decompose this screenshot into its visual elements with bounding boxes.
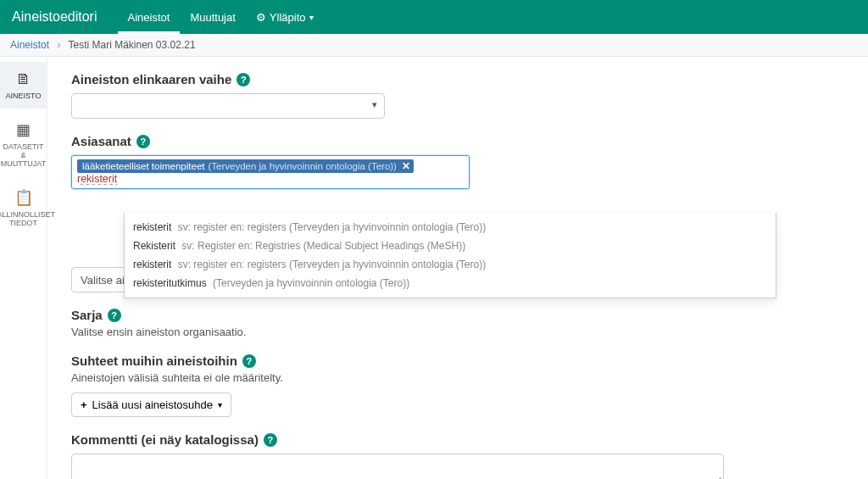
comment-textarea[interactable] bbox=[71, 454, 724, 479]
label-text: Suhteet muihin aineistoihin bbox=[71, 354, 237, 368]
lifecycle-select[interactable] bbox=[71, 93, 385, 119]
dropdown-item-main: rekisterit bbox=[133, 259, 171, 270]
dropdown-item[interactable]: Rekisterit sv: Register en: Registries (… bbox=[125, 237, 776, 255]
dropdown-item-meta: sv: register en: registers (Terveyden ja… bbox=[178, 221, 487, 233]
navbar: Aineistoeditori Aineistot Muuttujat ⚙ Yl… bbox=[0, 0, 868, 34]
keyword-tag: lääketieteelliset toimenpiteet (Terveyde… bbox=[77, 159, 414, 173]
relations-note: Aineistojen välisiä suhteita ei ole määr… bbox=[71, 371, 844, 384]
nav-item-aineistot[interactable]: Aineistot bbox=[118, 0, 181, 34]
dropdown-item[interactable]: rekisterit sv: register en: registers (T… bbox=[125, 218, 776, 237]
nav-item-muuttujat[interactable]: Muuttujat bbox=[180, 0, 245, 34]
help-icon[interactable]: ? bbox=[264, 433, 277, 447]
series-note: Valitse ensin aineiston organisaatio. bbox=[71, 326, 844, 338]
chevron-down-icon: ▾ bbox=[218, 400, 222, 409]
clipboard-icon: 📋 bbox=[14, 188, 33, 207]
chevron-down-icon: ▾ bbox=[309, 13, 314, 22]
plus-icon: + bbox=[81, 398, 87, 411]
tag-label: lääketieteelliset toimenpiteet bbox=[82, 161, 204, 171]
keywords-input[interactable]: lääketieteelliset toimenpiteet (Terveyde… bbox=[71, 155, 470, 189]
dropdown-item[interactable]: rekisterit sv: register en: registers (T… bbox=[125, 255, 776, 274]
side-tab-label: AINEISTO bbox=[6, 92, 42, 100]
help-icon[interactable]: ? bbox=[236, 73, 250, 86]
nav-item-yllapito[interactable]: ⚙ Ylläpito ▾ bbox=[246, 0, 324, 34]
breadcrumb-separator: › bbox=[57, 39, 60, 51]
tag-source: (Terveyden ja hyvinvoinnin ontologia (Te… bbox=[208, 161, 396, 171]
tag-remove-icon[interactable]: ✕ bbox=[402, 160, 410, 172]
dropdown-item-main: rekisteritutkimus bbox=[133, 277, 207, 289]
label-text: Aineiston elinkaaren vaihe bbox=[71, 72, 231, 86]
keyword-search-input[interactable] bbox=[77, 173, 464, 185]
dropdown-item[interactable]: rekisteritutkimus (Terveyden ja hyvinvoi… bbox=[125, 274, 776, 292]
label-text: Kommentti (ei näy katalogissa) bbox=[71, 432, 259, 447]
label-text: Sarja bbox=[71, 308, 103, 322]
dropdown-item-meta: (Terveyden ja hyvinvoinnin ontologia (Te… bbox=[213, 277, 409, 289]
side-tab-admin[interactable]: 📋 HALLINNOLLISET TIEDOT bbox=[0, 180, 47, 236]
dropdown-item-main: Rekisterit bbox=[133, 240, 175, 252]
side-tab-datasets[interactable]: ▦ DATASETIT & MUUTTUJAT bbox=[0, 112, 47, 176]
lifecycle-label: Aineiston elinkaaren vaihe ? bbox=[71, 72, 844, 86]
gear-icon: ⚙ bbox=[256, 11, 266, 24]
series-label: Sarja ? bbox=[71, 308, 844, 322]
main-form: Aineiston elinkaaren vaihe ? Asiasanat ?… bbox=[47, 57, 868, 479]
app-brand: Aineistoeditori bbox=[12, 9, 97, 25]
dropdown-item-meta: sv: register en: registers (Terveyden ja… bbox=[178, 259, 487, 270]
grid-icon: ▦ bbox=[16, 120, 31, 139]
help-icon[interactable]: ? bbox=[242, 354, 256, 368]
breadcrumb-current: Testi Mari Mäkinen 03.02.21 bbox=[69, 39, 196, 51]
breadcrumb: Aineistot › Testi Mari Mäkinen 03.02.21 bbox=[0, 34, 868, 57]
add-relation-button[interactable]: + Lisää uusi aineistosuhde ▾ bbox=[71, 393, 231, 417]
keywords-dropdown: rekisterit sv: register en: registers (T… bbox=[124, 213, 776, 298]
comment-label: Kommentti (ei näy katalogissa) ? bbox=[71, 432, 844, 447]
keywords-label: Asiasanat ? bbox=[71, 134, 844, 148]
help-icon[interactable]: ? bbox=[136, 135, 150, 148]
help-icon[interactable]: ? bbox=[108, 309, 121, 322]
label-text: Asiasanat bbox=[71, 134, 131, 148]
side-tab-label: DATASETIT & MUUTTUJAT bbox=[1, 142, 46, 168]
dropdown-item-meta: sv: Register en: Registries (Medical Sub… bbox=[181, 240, 465, 252]
side-tabs: 🗎 AINEISTO ▦ DATASETIT & MUUTTUJAT 📋 HAL… bbox=[0, 57, 47, 479]
nav-item-label: Ylläpito bbox=[270, 11, 306, 24]
dropdown-item-main: rekisterit bbox=[133, 221, 171, 233]
button-label: Lisää uusi aineistosuhde bbox=[92, 398, 213, 411]
breadcrumb-root[interactable]: Aineistot bbox=[10, 39, 49, 51]
relations-label: Suhteet muihin aineistoihin ? bbox=[71, 354, 844, 368]
side-tab-aineisto[interactable]: 🗎 AINEISTO bbox=[0, 62, 47, 109]
document-icon: 🗎 bbox=[16, 70, 31, 88]
